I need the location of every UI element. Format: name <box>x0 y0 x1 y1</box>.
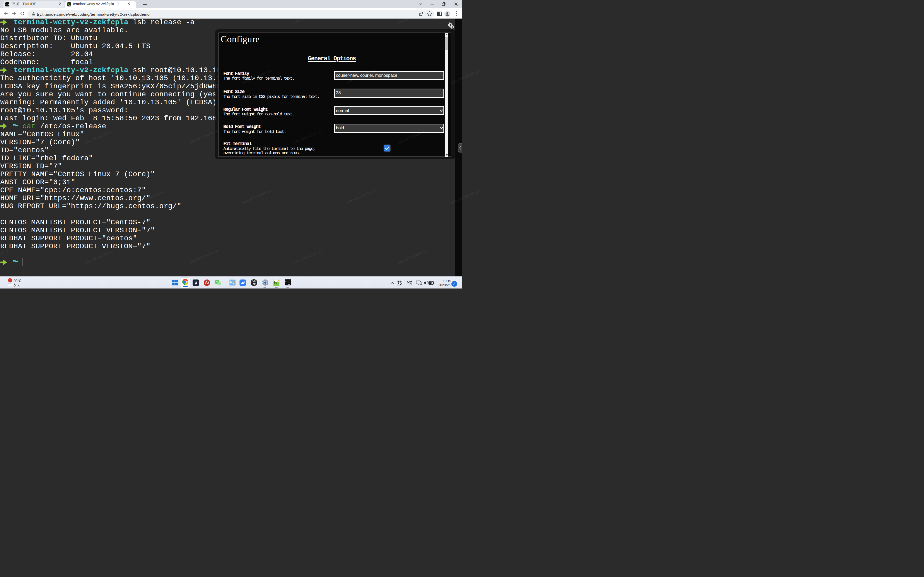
svg-text:>: > <box>8 3 9 6</box>
svg-text:C:\>_: C:\>_ <box>285 281 289 283</box>
